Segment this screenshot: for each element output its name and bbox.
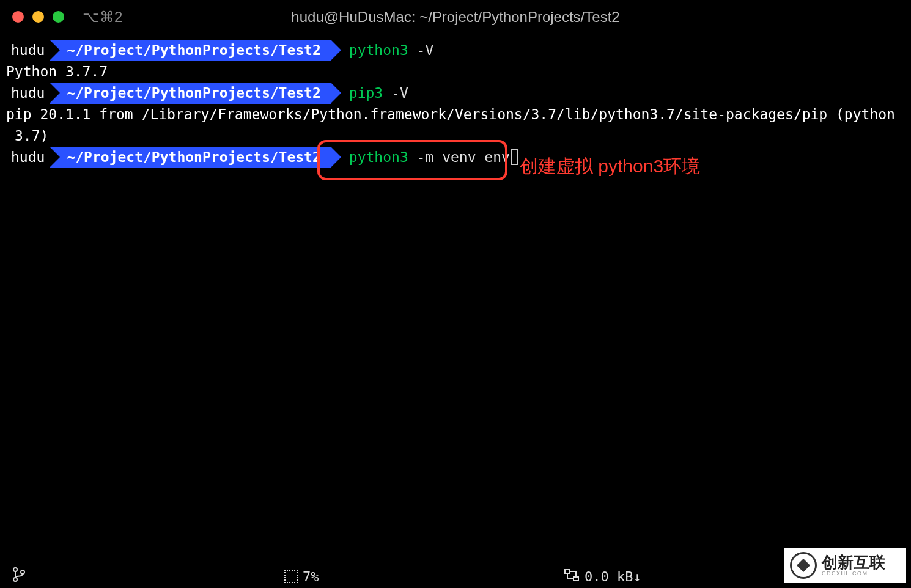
cpu-icon bbox=[284, 570, 298, 583]
watermark-cn: 创新互联 bbox=[822, 554, 885, 571]
prompt-line-3: hudu ~/Project/PythonProjects/Test2 pyth… bbox=[5, 147, 906, 168]
prompt-line-2: hudu ~/Project/PythonProjects/Test2 pip3… bbox=[5, 83, 906, 104]
watermark-logo-icon bbox=[790, 552, 817, 579]
command-1: python3 -V bbox=[331, 40, 433, 61]
prompt-path: ~/Project/PythonProjects/Test2 bbox=[50, 147, 330, 168]
statusbar: 7% 0.0 kB↓ bbox=[0, 565, 911, 588]
output-pip-version-1: pip 20.1.1 from /Library/Frameworks/Pyth… bbox=[5, 104, 906, 125]
minimize-icon[interactable] bbox=[32, 11, 44, 23]
status-network: 0.0 kB↓ bbox=[564, 568, 641, 585]
prompt-user: hudu bbox=[5, 147, 50, 168]
status-git bbox=[12, 567, 26, 586]
svg-point-0 bbox=[13, 568, 17, 571]
svg-point-2 bbox=[21, 570, 24, 574]
watermark-en: CDCXHL.COM bbox=[822, 571, 885, 577]
command-2: pip3 -V bbox=[331, 83, 408, 104]
svg-point-1 bbox=[13, 578, 17, 581]
status-cpu: 7% bbox=[284, 569, 319, 584]
cursor-icon bbox=[511, 149, 518, 165]
window-titlebar: ⌥⌘2 hudu@HuDusMac: ~/Project/PythonProje… bbox=[0, 0, 911, 34]
close-icon[interactable] bbox=[12, 11, 24, 23]
command-exe: python3 bbox=[349, 149, 408, 165]
watermark-text: 创新互联 CDCXHL.COM bbox=[822, 554, 885, 577]
svg-rect-4 bbox=[574, 577, 578, 581]
prompt-line-1: hudu ~/Project/PythonProjects/Test2 pyth… bbox=[5, 40, 906, 61]
command-3[interactable]: python3 -m venv env bbox=[331, 147, 518, 168]
traffic-lights bbox=[12, 11, 64, 23]
git-branch-icon bbox=[12, 567, 26, 586]
tab-shortcut: ⌥⌘2 bbox=[83, 9, 122, 26]
watermark: 创新互联 CDCXHL.COM bbox=[784, 548, 906, 583]
output-pip-version-2: 3.7) bbox=[5, 125, 906, 147]
prompt-path: ~/Project/PythonProjects/Test2 bbox=[50, 40, 330, 61]
window-title: hudu@HuDusMac: ~/Project/PythonProjects/… bbox=[291, 9, 619, 26]
terminal-body[interactable]: hudu ~/Project/PythonProjects/Test2 pyth… bbox=[0, 34, 911, 174]
network-value: 0.0 kB↓ bbox=[585, 569, 641, 584]
maximize-icon[interactable] bbox=[53, 11, 64, 23]
network-icon bbox=[564, 568, 580, 585]
command-arg: -m venv env bbox=[408, 149, 510, 165]
prompt-path: ~/Project/PythonProjects/Test2 bbox=[50, 83, 330, 104]
command-arg: -V bbox=[383, 85, 408, 101]
command-exe: pip3 bbox=[349, 85, 383, 101]
prompt-user: hudu bbox=[5, 83, 50, 104]
command-exe: python3 bbox=[349, 42, 408, 58]
output-python-version: Python 3.7.7 bbox=[5, 61, 906, 83]
annotation-label: 创建虚拟 python3环境 bbox=[520, 154, 700, 179]
cpu-value: 7% bbox=[303, 569, 319, 584]
svg-rect-3 bbox=[565, 570, 570, 573]
prompt-user: hudu bbox=[5, 40, 50, 61]
command-arg: -V bbox=[408, 42, 434, 58]
